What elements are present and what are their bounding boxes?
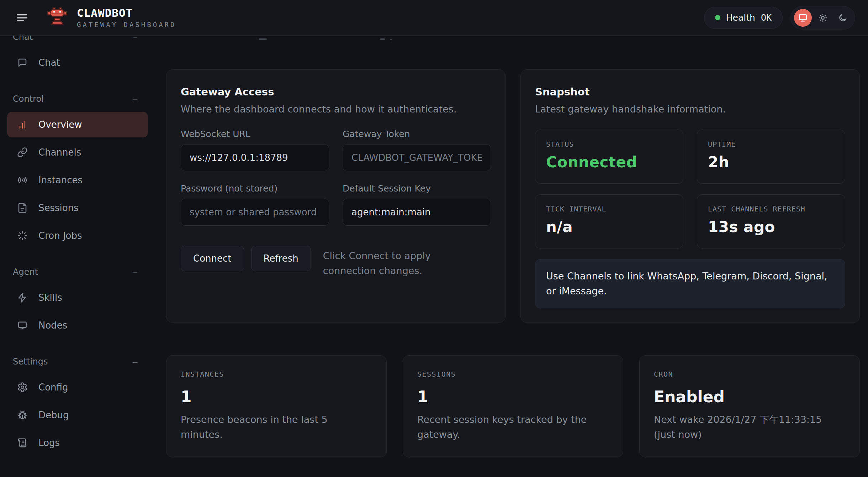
stat-tile-status: STATUS Connected [535, 130, 683, 184]
health-label: Health [726, 12, 755, 23]
stat-value: Connected [546, 153, 672, 171]
theme-system-button[interactable] [794, 9, 812, 27]
metrics-row: INSTANCES 1 Presence beacons in the last… [166, 355, 860, 457]
sidebar-item-overview[interactable]: Overview [7, 112, 148, 137]
snapshot-card: Snapshot Latest gateway handshake inform… [520, 69, 860, 323]
stat-label: STATUS [546, 140, 672, 148]
metric-value: 1 [417, 388, 609, 406]
gateway-access-card: Gateway Access Where the dashboard conne… [166, 69, 506, 323]
field-label: Password (not stored) [181, 183, 329, 194]
scroll-icon [17, 437, 28, 448]
metric-label: INSTANCES [181, 370, 372, 378]
chat-bubble-icon [17, 57, 28, 68]
card-title: Snapshot [535, 85, 845, 98]
scrolled-text-artifact [259, 38, 267, 40]
sidebar-item-label: Config [38, 382, 68, 393]
card-title: Gateway Access [181, 85, 491, 98]
monitor-icon [17, 320, 28, 331]
sidebar-section-settings: Settings – [7, 357, 148, 367]
sidebar-item-label: Cron Jobs [38, 230, 82, 241]
section-label: Agent [13, 267, 38, 277]
field-label: WebSocket URL [181, 129, 329, 139]
app-title: CLAWDBOT [77, 6, 176, 19]
theme-switcher [790, 6, 855, 30]
password-field: Password (not stored) [181, 183, 329, 226]
websocket-url-field: WebSocket URL [181, 129, 329, 171]
connect-helper-text: Click Connect to apply connection change… [323, 248, 480, 278]
stat-tile-last-channels-refresh: LAST CHANNELS REFRESH 13s ago [697, 194, 845, 248]
health-status: OK [761, 12, 772, 23]
sidebar: Chat – Chat Control – Overview Channels [0, 36, 155, 477]
field-label: Gateway Token [343, 129, 491, 139]
bug-icon [17, 410, 28, 420]
radio-broadcast-icon [17, 175, 28, 185]
section-collapse-toggle[interactable]: – [133, 357, 137, 367]
default-session-key-input[interactable] [343, 199, 491, 226]
sidebar-item-channels[interactable]: Channels [7, 140, 148, 165]
metric-description: Next wake 2026/1/27 下午11:33:15 (just now… [654, 412, 845, 442]
sidebar-section-agent: Agent – [7, 267, 148, 277]
channels-note: Use Channels to link WhatsApp, Telegram,… [535, 259, 845, 308]
sidebar-item-instances[interactable]: Instances [7, 167, 148, 193]
snapshot-stats: STATUS Connected UPTIME 2h TICK INTERVAL… [535, 130, 845, 248]
default-session-key-field: Default Session Key [343, 183, 491, 226]
field-label: Default Session Key [343, 183, 491, 194]
stat-label: TICK INTERVAL [546, 205, 672, 213]
gateway-actions: Connect Refresh Click Connect to apply c… [181, 246, 491, 278]
sidebar-item-label: Debug [38, 410, 69, 420]
sidebar-item-debug[interactable]: Debug [7, 402, 148, 428]
app-subtitle: GATEWAY DASHBOARD [77, 20, 176, 29]
sidebar-item-chat[interactable]: Chat [7, 50, 148, 75]
instances-metric-card: INSTANCES 1 Presence beacons in the last… [166, 355, 387, 457]
sidebar-item-sessions[interactable]: Sessions [7, 195, 148, 221]
stat-value: 13s ago [708, 218, 834, 236]
section-collapse-toggle[interactable]: – [133, 36, 137, 42]
sidebar-item-label: Channels [38, 147, 81, 158]
scrolled-text-artifact [390, 39, 392, 40]
sidebar-item-skills[interactable]: Skills [7, 285, 148, 310]
health-status-badge: Health OK [704, 7, 783, 29]
app-header: CLAWDBOT GATEWAY DASHBOARD Health OK [0, 0, 868, 36]
theme-light-button[interactable] [814, 9, 832, 27]
sidebar-item-label: Instances [38, 175, 83, 185]
section-collapse-toggle[interactable]: – [133, 267, 137, 277]
refresh-button[interactable]: Refresh [251, 246, 311, 271]
stat-label: LAST CHANNELS REFRESH [708, 205, 834, 213]
sidebar-item-label: Skills [38, 292, 62, 303]
sessions-metric-card: SESSIONS 1 Recent session keys tracked b… [403, 355, 623, 457]
sidebar-item-logs[interactable]: Logs [7, 430, 148, 456]
password-input[interactable] [181, 199, 329, 226]
clawdbot-logo-icon [47, 7, 68, 29]
metric-value: Enabled [654, 388, 845, 406]
stat-label: UPTIME [708, 140, 834, 148]
connect-button[interactable]: Connect [181, 246, 244, 271]
websocket-url-input[interactable] [181, 144, 329, 171]
sidebar-section-chat: Chat – [7, 36, 148, 42]
scrolled-text-artifact [380, 38, 385, 40]
link-icon [17, 147, 28, 158]
sidebar-item-label: Chat [38, 57, 60, 68]
gateway-token-field: Gateway Token [343, 129, 491, 171]
section-label: Control [13, 94, 44, 104]
metric-label: SESSIONS [417, 370, 609, 378]
gear-icon [17, 382, 28, 393]
section-label: Chat [13, 36, 33, 42]
card-subtitle: Latest gateway handshake information. [535, 103, 845, 115]
gateway-token-input[interactable] [343, 144, 491, 171]
sidebar-item-nodes[interactable]: Nodes [7, 313, 148, 338]
bar-chart-icon [17, 119, 28, 130]
health-dot-icon [715, 15, 720, 20]
theme-dark-button[interactable] [834, 9, 852, 27]
stat-value: n/a [546, 218, 672, 236]
section-label: Settings [13, 357, 48, 367]
sidebar-item-cron-jobs[interactable]: Cron Jobs [7, 223, 148, 248]
sidebar-item-config[interactable]: Config [7, 374, 148, 400]
sidebar-item-label: Sessions [38, 203, 79, 213]
stat-tile-uptime: UPTIME 2h [697, 130, 845, 184]
stat-tile-tick-interval: TICK INTERVAL n/a [535, 194, 683, 248]
gateway-access-form: WebSocket URL Gateway Token Password (no… [181, 129, 491, 238]
metric-label: CRON [654, 370, 845, 378]
hamburger-menu-icon[interactable] [13, 9, 31, 27]
sidebar-item-label: Overview [38, 119, 82, 130]
section-collapse-toggle[interactable]: – [133, 94, 137, 104]
